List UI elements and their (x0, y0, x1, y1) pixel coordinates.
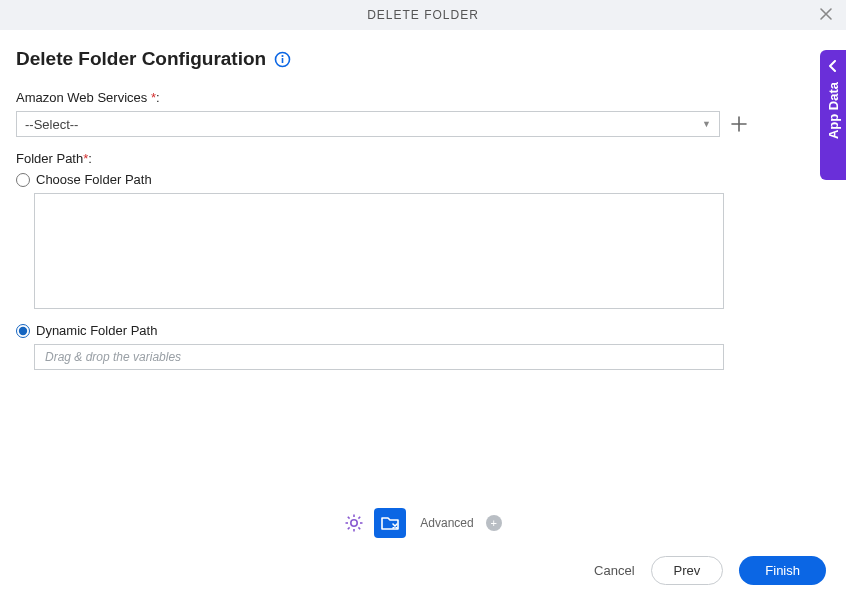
aws-select-row: --Select-- (16, 111, 830, 137)
choose-folder-path-label: Choose Folder Path (36, 172, 152, 187)
svg-line-8 (348, 517, 350, 519)
chevron-left-icon (828, 60, 838, 72)
gear-icon[interactable] (344, 513, 364, 533)
dynamic-folder-path-radio-row[interactable]: Dynamic Folder Path (16, 323, 830, 338)
dialog-header: DELETE FOLDER (0, 0, 846, 30)
folder-delete-tool-icon[interactable] (374, 508, 406, 538)
add-aws-button[interactable] (730, 115, 748, 133)
label-colon: : (156, 90, 160, 105)
aws-label: Amazon Web Services *: (16, 90, 830, 105)
app-data-tab[interactable]: App Data (820, 50, 846, 180)
finish-button[interactable]: Finish (739, 556, 826, 585)
page-title: Delete Folder Configuration (16, 48, 266, 70)
dialog-title: DELETE FOLDER (367, 8, 479, 22)
label-colon: : (88, 151, 92, 166)
choose-folder-path-radio-row[interactable]: Choose Folder Path (16, 172, 830, 187)
dynamic-folder-path-input[interactable]: Drag & drop the variables (34, 344, 724, 370)
close-icon[interactable] (818, 6, 834, 22)
info-icon[interactable] (274, 51, 291, 68)
aws-label-text: Amazon Web Services (16, 90, 151, 105)
dialog-footer: Cancel Prev Finish (0, 556, 846, 585)
dynamic-folder-path-radio[interactable] (16, 324, 30, 338)
svg-point-1 (282, 54, 284, 56)
folder-path-box[interactable] (34, 193, 724, 309)
prev-button[interactable]: Prev (651, 556, 724, 585)
dynamic-folder-path-placeholder: Drag & drop the variables (45, 350, 181, 364)
folder-path-label-text: Folder Path (16, 151, 83, 166)
bottom-toolbar: Advanced + (0, 503, 846, 543)
dialog-body: Delete Folder Configuration Amazon Web S… (0, 30, 846, 370)
svg-line-9 (359, 527, 361, 529)
choose-folder-path-radio[interactable] (16, 173, 30, 187)
folder-path-label: Folder Path*: (16, 151, 830, 166)
cancel-button[interactable]: Cancel (594, 563, 634, 578)
dynamic-folder-path-label: Dynamic Folder Path (36, 323, 157, 338)
page-title-row: Delete Folder Configuration (16, 48, 830, 70)
advanced-label: Advanced (420, 516, 473, 530)
aws-select[interactable]: --Select-- (16, 111, 720, 137)
app-data-label: App Data (826, 82, 841, 139)
svg-line-11 (348, 527, 350, 529)
svg-point-3 (351, 520, 357, 526)
svg-line-10 (359, 517, 361, 519)
aws-select-value: --Select-- (25, 117, 78, 132)
svg-rect-2 (282, 58, 284, 63)
advanced-plus-icon[interactable]: + (486, 515, 502, 531)
